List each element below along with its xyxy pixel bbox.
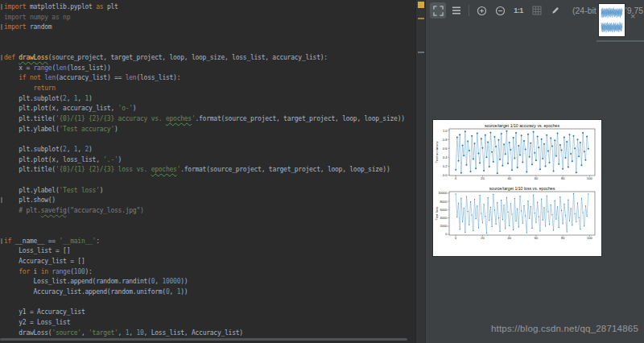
code-token: as — [96, 3, 103, 10]
code-editor[interactable]: import matplotlib.pyplot as pltimport nu… — [0, 0, 415, 343]
code-token: i — [30, 268, 41, 275]
code-line — [4, 134, 415, 145]
code-token: , — [170, 288, 177, 295]
code-token: plt.ylabel( — [4, 187, 60, 194]
code-token: (loss_list): — [136, 74, 180, 81]
code-token: in — [41, 268, 48, 275]
info-stripe-marker — [418, 52, 424, 53]
svg-text:Test accuracy: Test accuracy — [435, 141, 439, 163]
code-line — [4, 176, 415, 186]
code-token: def — [4, 54, 19, 61]
code-token: epoches — [166, 115, 192, 122]
svg-text:4000: 4000 — [440, 216, 448, 220]
thumbnails-icon[interactable] — [448, 2, 464, 19]
code-token: plt.plot(x, loss_list, — [4, 156, 103, 163]
code-token: import — [4, 23, 26, 31]
code-line: y1 = Accuracy_list — [4, 308, 415, 318]
code-line: plt.show() — [4, 196, 415, 206]
code-token: range — [52, 268, 70, 275]
code-line: for i in range(100): — [4, 267, 415, 278]
image-thumbnail[interactable] — [599, 4, 625, 36]
svg-text:0: 0 — [455, 236, 457, 240]
code-token: len — [44, 74, 56, 81]
close-icon[interactable]: × — [630, 12, 635, 21]
code-token: __name__ == — [11, 238, 59, 245]
code-token: '{0}/{1} {2}/{3} accuracy vs. — [56, 115, 166, 122]
zoom-out-icon[interactable] — [492, 2, 508, 19]
code-token: .format(source_project, target_project, … — [180, 166, 390, 173]
code-token: '.-' — [103, 156, 118, 163]
code-token — [4, 268, 19, 275]
code-token: plt.ylabel( — [4, 126, 60, 133]
image-viewer-panel: 1:1 (24-bit color) 79.75 kB × source/tar… — [425, 0, 644, 343]
code-token: 10 — [136, 329, 143, 337]
code-token: )) — [180, 288, 188, 295]
svg-text:100: 100 — [587, 236, 592, 240]
code-token: 'target' — [89, 329, 118, 337]
svg-text:0: 0 — [455, 176, 457, 180]
code-token: y2 = Loss_list — [4, 319, 70, 326]
code-token: savefig — [41, 207, 67, 214]
code-line: import matplotlib.pyplot as plt — [4, 2, 415, 13]
svg-text:Test loss: Test loss — [435, 206, 439, 221]
code-line: plt.title('{0}/{1} {2}/{3} accuracy vs. … — [4, 114, 415, 125]
code-line: plt.subplot(2, 1, 2) — [4, 145, 415, 155]
code-token: : — [96, 238, 100, 245]
code-token: plt.subplot( — [4, 95, 63, 102]
code-token: ) — [100, 187, 104, 194]
code-token: ("accuracy_loss.jpg") — [67, 207, 144, 214]
code-token: (loss_list)) — [67, 64, 111, 72]
code-token: , — [118, 329, 126, 337]
svg-text:0.6: 0.6 — [443, 147, 448, 151]
code-token: Loss_list.append(random.randint( — [4, 278, 151, 285]
code-token: , — [81, 329, 89, 337]
code-text: import matplotlib.pyplot as pltimport nu… — [0, 0, 415, 338]
code-token: import numpy as np — [4, 14, 70, 21]
code-token: ) — [89, 95, 93, 102]
code-token: , — [67, 95, 74, 102]
code-line — [4, 216, 415, 226]
fit-to-window-icon[interactable] — [430, 2, 446, 19]
code-token: plt.title( — [4, 115, 56, 122]
code-token: 'source' — [52, 329, 81, 337]
code-token: epoches — [151, 166, 177, 173]
svg-text:60: 60 — [535, 236, 539, 240]
code-token: Accuracy_list.append(random.uniform( — [4, 288, 166, 295]
code-token: , — [77, 146, 85, 153]
code-token: 'o-' — [118, 105, 133, 112]
zoom-in-icon[interactable] — [473, 2, 489, 19]
code-token: )) — [180, 278, 188, 285]
code-token: if — [4, 238, 11, 245]
svg-text:0.8: 0.8 — [443, 138, 448, 142]
actual-size-icon[interactable]: 1:1 — [510, 2, 526, 19]
code-token: '{0}/{1} {2}/{3} loss vs. — [56, 166, 151, 173]
code-line: plt.plot(x, loss_list, '.-') — [4, 155, 415, 166]
code-token: matplotlib.pyplot — [26, 3, 96, 10]
code-token: plt.show() — [4, 196, 56, 204]
code-token: y1 = Accuracy_list — [4, 308, 85, 316]
code-token: 'Test accuracy' — [60, 126, 115, 133]
code-token: return — [34, 85, 56, 92]
warning-stripe-marker — [418, 18, 424, 19]
code-line: Accuracy_list = [] — [4, 257, 415, 267]
code-line: import random — [4, 23, 415, 33]
code-line: drawLoss('source', 'target', 1, 10, Loss… — [4, 329, 415, 339]
code-token: .format(source_project, target_project, … — [195, 115, 404, 122]
svg-text:0.0: 0.0 — [443, 173, 448, 177]
grid-icon[interactable] — [529, 2, 545, 19]
edit-icon[interactable] — [547, 2, 564, 19]
code-token: drawLoss( — [4, 329, 52, 337]
pycharm-window: import matplotlib.pyplot as pltimport nu… — [0, 0, 644, 343]
code-token: Loss_list = [] — [4, 247, 70, 254]
svg-text:6000: 6000 — [440, 208, 448, 212]
svg-text:80: 80 — [561, 236, 565, 240]
watermark: https://blog.csdn.net/qq_28714865 — [491, 324, 638, 333]
code-line — [4, 226, 415, 237]
code-token: 'Test loss' — [60, 187, 100, 194]
horizontal-scrollbar[interactable] — [0, 338, 407, 341]
code-token: len — [126, 74, 137, 81]
code-token — [4, 74, 19, 81]
code-line: if not len(accuracy_list) == len(loss_li… — [4, 73, 415, 84]
svg-text:source/target 1/10 loss vs. ep: source/target 1/10 loss vs. epoches — [489, 186, 555, 191]
code-token: 10000 — [162, 278, 180, 285]
